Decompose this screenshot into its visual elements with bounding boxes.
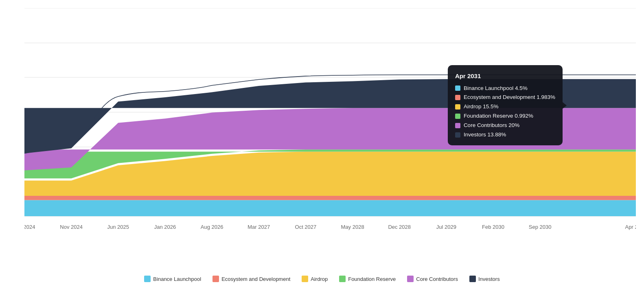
legend-swatch-3: [339, 276, 346, 282]
legend-item-1: Ecosystem and Development: [212, 276, 290, 282]
svg-text:Jan 2026: Jan 2026: [154, 224, 176, 230]
svg-text:Sep 2030: Sep 2030: [529, 224, 552, 230]
legend-swatch-1: [212, 276, 219, 282]
svg-text:Apr 2031: Apr 2031: [625, 224, 636, 230]
legend-label-3: Foundation Reserve: [348, 276, 396, 282]
svg-text:Jul 2029: Jul 2029: [436, 224, 456, 230]
legend-item-5: Investors: [469, 276, 500, 282]
svg-text:Aug 2026: Aug 2026: [201, 224, 223, 230]
legend-swatch-4: [407, 276, 414, 282]
svg-text:Mar 2027: Mar 2027: [248, 224, 270, 230]
legend-swatch-0: [144, 276, 151, 282]
legend-label-2: Airdrop: [311, 276, 328, 282]
svg-text:Feb 2030: Feb 2030: [482, 224, 504, 230]
legend-label-0: Binance Launchpool: [153, 276, 201, 282]
legend-swatch-5: [469, 276, 476, 282]
svg-text:Jun 2025: Jun 2025: [107, 224, 129, 230]
legend-item-4: Core Contributors: [407, 276, 458, 282]
chart-area: 0% 10% 20% 30% 40% 50% 60% Apr 2024 Nov …: [24, 8, 636, 254]
area-binance-launchpool: [24, 200, 636, 216]
legend-item-2: Airdrop: [302, 276, 328, 282]
legend-item-3: Foundation Reserve: [339, 276, 396, 282]
legend-label-5: Investors: [478, 276, 500, 282]
legend-swatch-2: [302, 276, 308, 282]
legend-label-1: Ecosystem and Development: [221, 276, 290, 282]
legend-item-0: Binance Launchpool: [144, 276, 201, 282]
chart-container: 0% 10% 20% 30% 40% 50% 60% Apr 2024 Nov …: [0, 0, 644, 287]
legend-label-4: Core Contributors: [416, 276, 458, 282]
area-chart: 0% 10% 20% 30% 40% 50% 60% Apr 2024 Nov …: [24, 8, 636, 254]
svg-text:Dec 2028: Dec 2028: [388, 224, 411, 230]
svg-text:Apr 2024: Apr 2024: [24, 224, 35, 230]
svg-text:May 2028: May 2028: [341, 224, 364, 230]
chart-legend: Binance Launchpool Ecosystem and Develop…: [0, 271, 644, 287]
svg-text:Nov 2024: Nov 2024: [60, 224, 83, 230]
svg-text:Oct 2027: Oct 2027: [295, 224, 317, 230]
